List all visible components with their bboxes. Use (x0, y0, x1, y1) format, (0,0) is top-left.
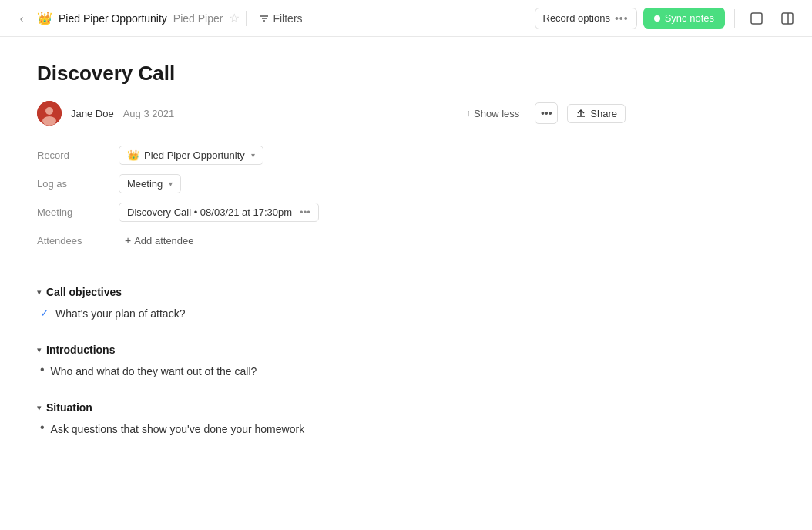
sync-dot-icon (654, 15, 660, 22)
content-section-situation: ▾Situation•Ask questions that show you'v… (37, 401, 626, 438)
author-name: Jane Doe (71, 108, 114, 119)
triangle-icon: ▾ (37, 345, 42, 355)
share-icon (575, 108, 586, 119)
add-attendee-label: Add attendee (134, 235, 193, 247)
svg-rect-3 (751, 13, 762, 24)
meeting-field-row: Meeting Discovery Call • 08/03/21 at 17:… (37, 198, 626, 226)
panel-split-button[interactable] (775, 6, 800, 31)
record-field-row: Record 👑 Pied Piper Opportunity ▾ (37, 141, 626, 169)
content-section-call-objectives: ▾Call objectives✓What's your plan of att… (37, 286, 626, 322)
section-title: Situation (46, 401, 92, 414)
nav-divider (246, 11, 247, 26)
dots-icon: ••• (615, 12, 629, 25)
log-as-field-row: Log as Meeting ▾ (37, 169, 626, 198)
panel-split-icon (780, 12, 794, 25)
crown-icon: 👑 (37, 11, 52, 25)
meta-row: Jane Doe Aug 3 2021 ↑ Show less ••• Shar… (37, 101, 626, 126)
svg-rect-4 (782, 13, 793, 24)
star-icon[interactable]: ☆ (229, 11, 240, 25)
triangle-icon: ▾ (37, 403, 42, 413)
breadcrumb-main[interactable]: Pied Piper Opportunity (59, 12, 167, 25)
record-crown-icon: 👑 (127, 149, 139, 161)
item-text: Ask questions that show you've done your… (51, 421, 305, 438)
avatar-image (37, 101, 62, 126)
section-title: Call objectives (46, 286, 122, 298)
svg-point-7 (45, 107, 53, 115)
section-divider (37, 273, 626, 273)
sync-label: Sync notes (665, 12, 714, 24)
panel-single-icon (750, 12, 763, 25)
record-badge[interactable]: 👑 Pied Piper Opportunity ▾ (119, 146, 263, 165)
meeting-field-text: Discovery Call • 08/03/21 at 17:30pm (127, 206, 292, 218)
content-section-introductions: ▾Introductions•Who and what do they want… (37, 344, 626, 380)
meta-date: Aug 3 2021 (123, 108, 175, 119)
section-header-introductions[interactable]: ▾Introductions (37, 344, 626, 356)
record-options-button[interactable]: Record options ••• (535, 8, 637, 29)
back-button[interactable]: ‹ (12, 9, 31, 28)
show-less-label: Show less (474, 108, 519, 119)
nav-left: ‹ 👑 Pied Piper Opportunity Pied Piper ☆ … (12, 9, 309, 28)
attendees-value: + Add attendee (119, 231, 200, 250)
add-attendee-button[interactable]: + Add attendee (119, 231, 200, 250)
section-header-call-objectives[interactable]: ▾Call objectives (37, 286, 626, 298)
check-icon: ✓ (40, 307, 49, 319)
filters-button[interactable]: Filters (253, 9, 308, 28)
log-as-badge[interactable]: Meeting ▾ (119, 174, 181, 193)
meeting-label: Meeting (37, 206, 106, 218)
filters-label: Filters (273, 12, 302, 25)
fields-section: Record 👑 Pied Piper Opportunity ▾ Log as… (37, 141, 626, 254)
bullet-item: •Who and what do they want out of the ca… (37, 364, 626, 380)
log-as-value: Meeting ▾ (119, 174, 181, 193)
log-as-text: Meeting (127, 178, 163, 190)
attendees-label: Attendees (37, 235, 106, 247)
panel-single-button[interactable] (744, 6, 769, 31)
sections-container: ▾Call objectives✓What's your plan of att… (37, 286, 626, 438)
item-text: What's your plan of attack? (55, 306, 185, 322)
record-chevron-icon: ▾ (251, 151, 255, 159)
main-content: Discovery Call Jane Doe Aug 3 2021 ↑ Sho… (0, 37, 663, 530)
nav-right: Record options ••• Sync notes (535, 6, 800, 31)
share-label: Share (590, 108, 617, 119)
section-title: Introductions (46, 344, 115, 356)
share-button[interactable]: Share (567, 104, 626, 123)
bullet-dot-icon: • (40, 363, 45, 377)
avatar (37, 101, 62, 126)
triangle-icon: ▾ (37, 287, 42, 297)
sync-notes-button[interactable]: Sync notes (643, 8, 725, 29)
bullet-item: •Ask questions that show you've done you… (37, 421, 626, 438)
check-item: ✓What's your plan of attack? (37, 306, 626, 322)
bullet-dot-icon: • (40, 421, 45, 434)
more-dots-icon: ••• (541, 107, 552, 119)
section-header-situation[interactable]: ▾Situation (37, 401, 626, 414)
item-text: Who and what do they want out of the cal… (51, 364, 257, 380)
filter-icon (259, 13, 270, 24)
top-nav: ‹ 👑 Pied Piper Opportunity Pied Piper ☆ … (0, 0, 812, 37)
up-arrow-icon: ↑ (466, 108, 471, 119)
svg-point-8 (42, 116, 56, 126)
meeting-field-badge[interactable]: Discovery Call • 08/03/21 at 17:30pm ••• (119, 203, 319, 222)
breadcrumb-sub: Pied Piper (173, 12, 223, 25)
plus-icon: + (125, 234, 131, 247)
record-value: 👑 Pied Piper Opportunity ▾ (119, 146, 263, 165)
record-label: Record (37, 149, 106, 161)
page-title: Discovery Call (37, 62, 626, 86)
record-options-label: Record options (543, 12, 610, 24)
log-as-chevron-icon: ▾ (169, 179, 173, 188)
log-as-label: Log as (37, 178, 106, 190)
record-badge-text: Pied Piper Opportunity (144, 149, 245, 161)
attendees-field-row: Attendees + Add attendee (37, 226, 626, 254)
meeting-dots-icon: ••• (300, 206, 310, 218)
nav-separator (734, 9, 735, 28)
meeting-value: Discovery Call • 08/03/21 at 17:30pm ••• (119, 203, 319, 222)
show-less-button[interactable]: ↑ Show less (460, 105, 525, 122)
more-options-button[interactable]: ••• (535, 102, 558, 124)
